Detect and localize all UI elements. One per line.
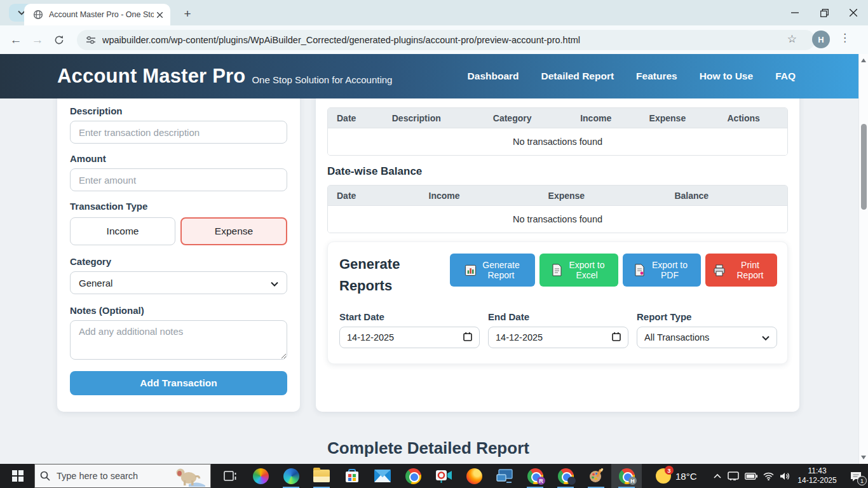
nav-how-to-use[interactable]: How to Use: [700, 71, 753, 82]
browser-menu-icon[interactable]: ⋮: [839, 31, 850, 44]
column-header: Income: [571, 108, 640, 128]
mail-button[interactable]: [367, 464, 398, 488]
nav-dashboard[interactable]: Dashboard: [468, 71, 519, 82]
browser-tab[interactable]: Account Master Pro - One Stop: [24, 4, 170, 25]
end-date-input[interactable]: 14-12-2025: [488, 327, 628, 348]
print-report-button[interactable]: Print Report: [705, 254, 777, 287]
start-button[interactable]: [5, 464, 31, 488]
firefox-button[interactable]: [459, 464, 489, 488]
export-pdf-label: Export to PDF: [650, 260, 689, 280]
app-header: Account Master Pro One Stop Solution for…: [0, 54, 858, 98]
chrome-profile-r-button[interactable]: R: [520, 464, 550, 488]
nav-features[interactable]: Features: [636, 71, 677, 82]
chevron-down-icon: [762, 332, 770, 342]
screen-recorder-button[interactable]: [428, 464, 459, 488]
scroll-up-arrow[interactable]: [861, 58, 866, 62]
task-view-button[interactable]: [215, 464, 245, 488]
weather-temp: 18°C: [675, 471, 697, 482]
export-pdf-button[interactable]: Export to PDF: [623, 254, 701, 287]
file-explorer-button[interactable]: [306, 464, 337, 488]
clock-time: 11:43: [793, 466, 841, 476]
mail-icon: [374, 470, 391, 482]
column-header: Balance: [665, 186, 787, 205]
scrollbar-thumb[interactable]: [861, 124, 867, 210]
browser-toolbar: ← → wpaibuilder.com/wp-content/plugins/W…: [0, 25, 868, 54]
app-subtitle: One Stop Solution for Accounting: [252, 74, 392, 85]
new-tab-button[interactable]: +: [179, 6, 196, 22]
category-select[interactable]: General: [70, 271, 287, 294]
my-computer-button[interactable]: [489, 464, 520, 488]
description-input[interactable]: [70, 121, 287, 144]
detail-section-title: Complete Detailed Report: [57, 438, 799, 458]
speaker-icon[interactable]: [780, 472, 790, 480]
expense-button[interactable]: Expense: [180, 217, 287, 245]
calendar-icon[interactable]: [612, 332, 621, 343]
site-info-icon[interactable]: [86, 36, 96, 44]
report-type-value: All Transactions: [644, 332, 709, 342]
column-header: Date: [328, 186, 420, 205]
column-header: Category: [484, 108, 571, 128]
transactions-table-header: Date Description Category Income Expense…: [328, 108, 787, 128]
category-value: General: [79, 278, 112, 288]
tab-close-icon[interactable]: [154, 9, 165, 20]
reload-button[interactable]: [48, 29, 70, 51]
nav-detailed-report[interactable]: Detailed Report: [541, 71, 614, 82]
category-label: Category: [70, 255, 287, 268]
add-transaction-button[interactable]: Add Transaction: [70, 371, 287, 395]
taskbar-clock[interactable]: 11:43 14-12-2025: [793, 466, 841, 485]
window-restore-button[interactable]: [810, 0, 839, 25]
calendar-icon[interactable]: [463, 332, 472, 343]
document-icon: [552, 264, 562, 276]
window-close-button[interactable]: [839, 0, 868, 25]
start-date-label: Start Date: [339, 311, 480, 323]
weather-widget[interactable]: 3 18°C: [656, 464, 697, 488]
page-content: 14-12-2025 Description Amount Transactio…: [0, 54, 868, 464]
tray-chevron-up-icon[interactable]: [713, 473, 722, 479]
start-date-input[interactable]: 14-12-2025: [339, 327, 480, 348]
paint-button[interactable]: [581, 464, 611, 488]
chrome-button[interactable]: [398, 464, 428, 488]
document-pdf-icon: [634, 264, 645, 276]
export-excel-button[interactable]: Export to Excel: [539, 254, 618, 287]
forward-button[interactable]: →: [27, 29, 48, 51]
bookmark-star-icon[interactable]: ☆: [787, 32, 797, 46]
report-type-select[interactable]: All Transactions: [637, 327, 777, 348]
generate-report-label: Generate Report: [482, 260, 521, 280]
url-bar[interactable]: wpaibuilder.com/wp-content/plugins/WpAiB…: [77, 30, 815, 50]
profile-avatar[interactable]: H: [812, 30, 830, 48]
search-placeholder: Type here to search: [57, 471, 170, 481]
window-controls: [780, 0, 868, 25]
notification-count-badge: 1: [857, 476, 867, 485]
reload-icon: [54, 35, 64, 45]
profile-r-badge: R: [537, 477, 545, 485]
amount-input[interactable]: [70, 168, 287, 191]
chrome-profile-user-button[interactable]: [550, 464, 581, 488]
notes-textarea[interactable]: [70, 320, 287, 360]
description-label: Description: [70, 105, 287, 117]
generate-report-button[interactable]: Generate Report: [450, 254, 535, 287]
nav-faq[interactable]: FAQ: [775, 71, 796, 82]
income-button[interactable]: Income: [70, 217, 175, 245]
app-title: Account Master Pro: [57, 65, 245, 88]
column-header: Description: [383, 108, 484, 128]
cast-icon[interactable]: [728, 471, 739, 480]
ms-store-button[interactable]: [337, 464, 367, 488]
search-icon: [40, 471, 50, 481]
balance-table-header: Date Income Expense Balance: [328, 186, 787, 206]
notes-label: Notes (Optional): [70, 304, 287, 316]
copilot-button[interactable]: [245, 464, 276, 488]
profile-avatar-badge: [567, 477, 576, 485]
edge-button[interactable]: [276, 464, 306, 488]
task-view-icon: [224, 471, 236, 482]
taskbar-search-box[interactable]: Type here to search: [34, 464, 211, 488]
column-header: Actions: [719, 108, 787, 128]
window-minimize-button[interactable]: [780, 0, 810, 25]
wifi-icon[interactable]: [763, 472, 774, 480]
scroll-down-arrow[interactable]: [861, 456, 866, 459]
chrome-profile-h-button-active[interactable]: H: [611, 464, 642, 488]
action-center-button[interactable]: 1: [844, 464, 868, 488]
back-button[interactable]: ←: [5, 29, 27, 51]
battery-icon[interactable]: [745, 473, 757, 480]
windows-taskbar: Type here to search: [0, 464, 868, 488]
page-scrollbar[interactable]: [858, 54, 868, 464]
